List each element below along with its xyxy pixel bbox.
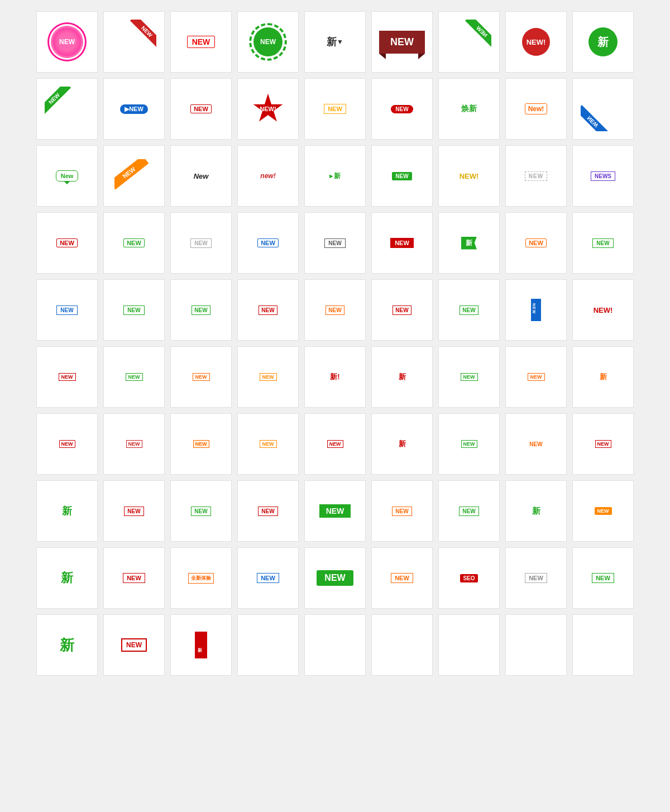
badge-cell[interactable]: 新 [572,346,634,408]
badge-cell[interactable]: NEW [505,145,567,207]
badge-cell[interactable]: NEW [237,212,299,274]
badge-cell[interactable]: NEW [505,212,567,274]
badge-cell[interactable]: NEW [103,212,165,274]
badge-grid: NEW NEW NEW 新 ▼ NEW NEW! 新 ▶NE [11,11,659,676]
badge-cell[interactable]: NEW [572,480,634,542]
badge-cell[interactable]: NEW [371,78,433,140]
badge-cell[interactable]: NEW [505,346,567,408]
badge-cell[interactable]: new! [237,145,299,207]
badge-cell[interactable]: 新 [505,480,567,542]
badge-cell[interactable]: 全新体验 [170,547,232,609]
badge-cell[interactable]: 新 [36,614,98,676]
badge-cell[interactable]: NEW [371,547,433,609]
badge-cell[interactable]: NEW [103,279,165,341]
badge-cell: - [304,614,366,676]
badge-cell[interactable]: SEO [438,547,500,609]
badge-cell[interactable]: NEW [237,413,299,475]
badge-cell[interactable]: NEW [170,78,232,140]
badge-cell[interactable]: NEW [103,547,165,609]
badge-cell[interactable]: NEW [371,480,433,542]
badge-cell[interactable]: NEW [304,547,366,609]
badge-cell[interactable]: NEW [170,279,232,341]
badge-cell[interactable]: New [170,145,232,207]
badge-cell[interactable]: NEW [170,212,232,274]
badge-cell[interactable] [103,11,165,73]
badge-cell[interactable]: NEW [572,547,634,609]
badge-cell: - [438,614,500,676]
badge-cell[interactable]: NEWS [572,145,634,207]
badge-cell[interactable]: NEW [438,413,500,475]
badge-cell[interactable] [438,11,500,73]
badge-cell[interactable]: NEW [170,11,232,73]
badge-cell[interactable]: NEW [505,547,567,609]
badge-cell[interactable]: NEW [572,413,634,475]
badge-cell: - [505,614,567,676]
badge-cell[interactable]: NEW [170,346,232,408]
badge-cell[interactable]: NEW [237,346,299,408]
badge-cell[interactable]: NEW! [237,78,299,140]
badge-cell: - [572,614,634,676]
badge-cell[interactable]: NEW [36,11,98,73]
badge-cell[interactable]: 新 [36,547,98,609]
badge-cell[interactable]: 焕新 [438,78,500,140]
badge-cell[interactable]: NEW [103,413,165,475]
badge-cell[interactable]: NEW [36,346,98,408]
badge-cell[interactable]: NEW [505,279,567,341]
badge-cell[interactable]: 新 ▼ [304,11,366,73]
badge-cell[interactable]: NEW [237,279,299,341]
badge-cell[interactable]: NEW [103,614,165,676]
badge-cell[interactable]: NEW! [505,11,567,73]
badge-cell[interactable]: NEW [237,480,299,542]
badge-cell[interactable]: 新 [438,212,500,274]
badge-cell[interactable]: NEW [371,279,433,341]
badge-cell[interactable]: NEW [505,413,567,475]
badge-cell[interactable]: ▶NEW [103,78,165,140]
badge-cell[interactable]: NEW [237,11,299,73]
badge-cell[interactable]: 新 [572,11,634,73]
badge-cell[interactable]: NEW [36,279,98,341]
badge-cell[interactable]: 新 [371,413,433,475]
badge-cell[interactable]: New [36,145,98,207]
badge-cell[interactable]: NEW [371,212,433,274]
badge-cell[interactable]: NEW [438,279,500,341]
badge-cell[interactable]: NEW! [572,279,634,341]
badge-cell[interactable]: 新 [170,614,232,676]
badge-cell[interactable]: NEW [103,346,165,408]
badge-cell[interactable]: New! [505,78,567,140]
badge-cell[interactable] [572,78,634,140]
badge-cell[interactable]: 新 [36,480,98,542]
badge-cell[interactable]: NEW [103,145,165,207]
badge-cell[interactable]: NEW [438,480,500,542]
badge-cell[interactable]: NEW [304,480,366,542]
badge-cell[interactable]: NEW [572,212,634,274]
badge-cell[interactable]: NEW [170,480,232,542]
badge-cell: - [237,614,299,676]
badge-cell[interactable]: NEW [371,11,433,73]
badge-cell[interactable]: NEW [170,413,232,475]
badge-cell[interactable]: 新 [304,145,366,207]
badge-cell[interactable]: NEW [304,279,366,341]
badge-cell[interactable] [36,78,98,140]
badge-cell[interactable]: 新 [371,346,433,408]
badge-cell[interactable]: NEW [103,480,165,542]
badge-cell[interactable]: NEW [371,145,433,207]
badge-cell[interactable]: NEW! [438,145,500,207]
badge-cell: - [371,614,433,676]
badge-cell[interactable]: NEW [304,212,366,274]
badge-cell[interactable]: 新! [304,346,366,408]
badge-cell[interactable]: NEW [304,78,366,140]
badge-cell[interactable]: NEW [237,547,299,609]
badge-cell[interactable]: NEW [36,212,98,274]
badge-cell[interactable]: NEW [36,413,98,475]
badge-cell[interactable]: NEW [304,413,366,475]
badge-cell[interactable]: NEW [438,346,500,408]
